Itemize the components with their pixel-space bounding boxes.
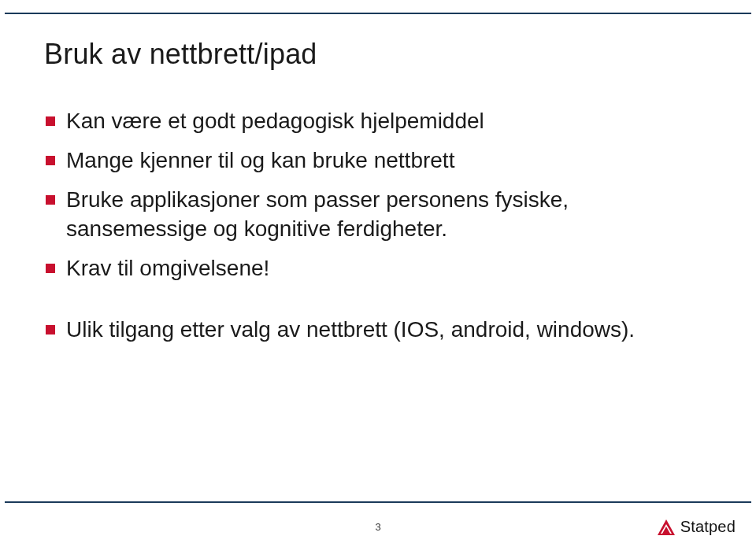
bottom-horizontal-rule [5, 501, 751, 503]
statped-logo-icon [657, 519, 676, 536]
slide: Bruk av nettbrett/ipad Kan være et godt … [0, 0, 756, 547]
bullet-item: Mange kjenner til og kan bruke nettbrett [44, 146, 712, 176]
slide-content: Kan være et godt pedagogisk hjelpemiddel… [44, 106, 712, 354]
bullet-item: Ulik tilgang etter valg av nettbrett (IO… [44, 315, 712, 345]
footer-brand-name: Statped [680, 518, 736, 536]
bullet-item: Bruke applikasjoner som passer personens… [44, 185, 712, 245]
top-horizontal-rule [5, 13, 751, 14]
footer-logo: Statped [657, 518, 736, 536]
page-number: 3 [0, 521, 756, 533]
slide-title: Bruk av nettbrett/ipad [44, 38, 317, 71]
bullet-item: Krav til omgivelsene! [44, 253, 712, 283]
bullet-list-main: Kan være et godt pedagogisk hjelpemiddel… [44, 106, 712, 283]
spacing-gap [44, 293, 712, 315]
bullet-item: Kan være et godt pedagogisk hjelpemiddel [44, 106, 712, 136]
bullet-list-secondary: Ulik tilgang etter valg av nettbrett (IO… [44, 315, 712, 345]
